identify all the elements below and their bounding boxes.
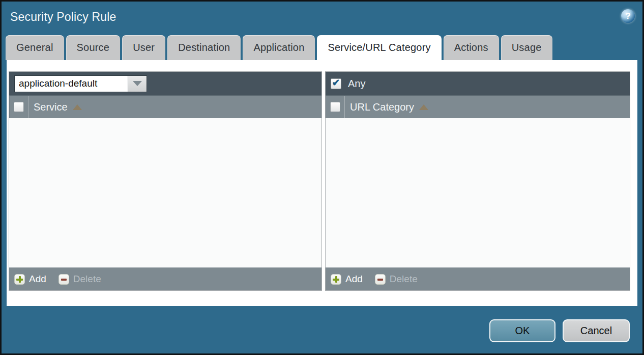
service-select-all-checkbox[interactable]: [14, 102, 24, 112]
service-type-dropdown[interactable]: [14, 75, 147, 92]
tab-bar: General Source User Destination Applicat…: [6, 35, 638, 60]
service-table-header: Service: [9, 95, 321, 118]
service-type-dropdown-button[interactable]: [128, 76, 147, 92]
ok-button[interactable]: OK: [489, 319, 555, 342]
service-delete-label: Delete: [73, 274, 101, 285]
service-type-input[interactable]: [15, 76, 128, 92]
url-category-delete-label: Delete: [390, 274, 418, 285]
url-category-panel: Any URL Category Add Delete: [325, 71, 630, 291]
url-category-panel-footer: Add Delete: [326, 267, 630, 290]
service-delete-button[interactable]: Delete: [58, 274, 101, 285]
url-category-delete-button[interactable]: Delete: [375, 274, 418, 285]
dialog-title: Security Policy Rule: [10, 10, 116, 24]
service-column-header[interactable]: Service: [28, 96, 82, 118]
sort-ascending-icon: [419, 104, 428, 110]
tab-actions[interactable]: Actions: [444, 35, 499, 60]
help-icon[interactable]: ?: [621, 9, 635, 23]
service-add-label: Add: [29, 274, 46, 285]
cancel-button[interactable]: Cancel: [563, 319, 630, 342]
tab-application[interactable]: Application: [243, 35, 315, 60]
any-checkbox[interactable]: [331, 78, 341, 89]
minus-icon: [58, 274, 69, 285]
service-panel: Service Add Delete: [9, 71, 322, 291]
any-label: Any: [348, 78, 365, 90]
url-category-column-header[interactable]: URL Category: [345, 96, 428, 118]
chevron-down-icon: [133, 81, 142, 86]
tab-content-area: Service Add Delete Any: [7, 60, 637, 306]
service-toolbar: [9, 72, 321, 95]
sort-ascending-icon: [73, 104, 82, 110]
tab-usage[interactable]: Usage: [501, 35, 552, 60]
tab-source[interactable]: Source: [66, 35, 121, 60]
plus-icon: [331, 274, 341, 285]
url-category-select-all-checkbox[interactable]: [330, 102, 340, 112]
url-category-column-label: URL Category: [350, 101, 414, 113]
service-panel-footer: Add Delete: [9, 267, 321, 290]
url-category-add-label: Add: [345, 274, 363, 285]
url-category-table-header: URL Category: [326, 95, 630, 118]
tab-service-url-category[interactable]: Service/URL Category: [317, 35, 441, 60]
tab-destination[interactable]: Destination: [167, 35, 241, 60]
service-table-body[interactable]: [9, 118, 321, 267]
minus-icon: [375, 274, 386, 285]
url-category-toolbar: Any: [326, 72, 630, 95]
url-category-table-body[interactable]: [326, 118, 630, 267]
service-column-label: Service: [34, 101, 68, 113]
tab-general[interactable]: General: [6, 35, 64, 60]
plus-icon: [14, 274, 25, 285]
tab-user[interactable]: User: [122, 35, 165, 60]
url-category-add-button[interactable]: Add: [331, 274, 363, 285]
service-add-button[interactable]: Add: [14, 274, 46, 285]
